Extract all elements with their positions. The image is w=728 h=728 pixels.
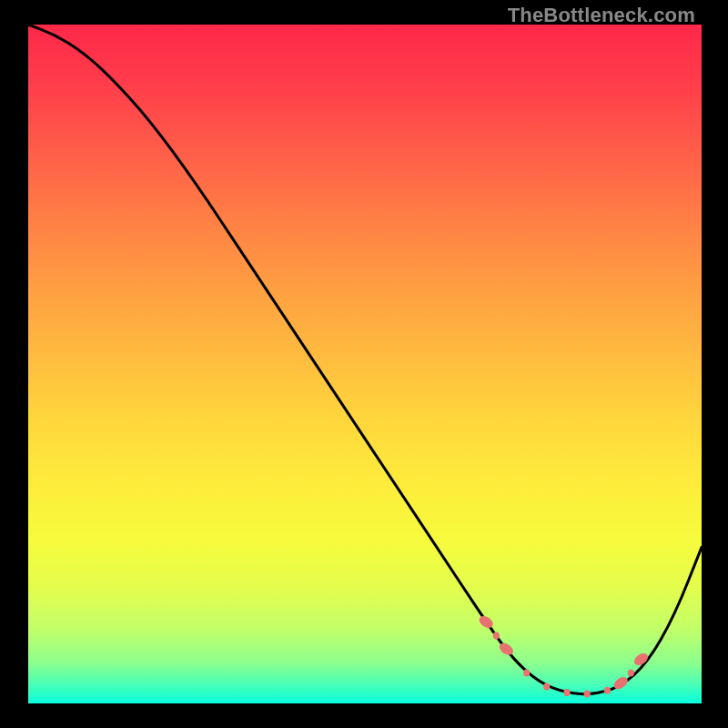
plot-area	[28, 25, 702, 703]
trough-markers	[477, 613, 650, 697]
trough-marker	[523, 669, 530, 676]
trough-marker	[543, 682, 550, 690]
watermark-text: TheBottleneck.com	[508, 4, 695, 27]
trough-marker	[563, 689, 570, 696]
bottleneck-curve	[28, 25, 702, 694]
trough-marker	[477, 613, 495, 630]
trough-marker	[584, 691, 591, 698]
curve-layer	[28, 25, 702, 703]
trough-marker	[604, 687, 611, 694]
trough-marker	[628, 669, 634, 676]
chart-frame: TheBottleneck.com	[0, 0, 728, 728]
trough-marker	[493, 632, 500, 639]
